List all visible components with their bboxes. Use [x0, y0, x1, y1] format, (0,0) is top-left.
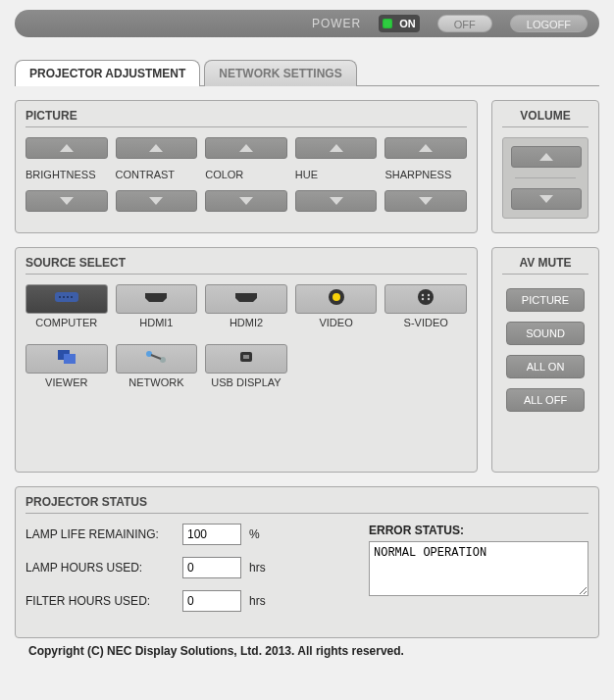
- power-on-label: ON: [399, 18, 416, 29]
- viewer-icon: [55, 348, 78, 370]
- volume-down-button[interactable]: [511, 188, 582, 210]
- avmute-sound-button[interactable]: SOUND: [506, 322, 585, 345]
- hue-up-button[interactable]: [295, 137, 378, 159]
- source-computer-button[interactable]: [26, 284, 108, 314]
- source-hdmi1-label: HDMI1: [116, 317, 198, 328]
- svg-rect-30: [243, 355, 249, 359]
- usb-display-icon: [236, 349, 256, 369]
- power-label: POWER: [312, 17, 361, 30]
- triangle-up-icon: [149, 144, 163, 152]
- svg-point-19: [418, 289, 434, 305]
- logoff-button[interactable]: LOGOFF: [510, 15, 588, 32]
- triangle-down-icon: [149, 197, 163, 205]
- volume-panel: VOLUME: [491, 100, 599, 233]
- sharpness-up-button[interactable]: [384, 137, 467, 159]
- source-video-button[interactable]: [295, 284, 378, 314]
- source-viewer-label: VIEWER: [26, 376, 108, 388]
- triangle-up-icon: [539, 153, 553, 161]
- lamp-life-unit: %: [249, 527, 260, 541]
- volume-title: VOLUME: [502, 109, 588, 127]
- svg-marker-5: [60, 197, 74, 205]
- picture-panel: PICTURE BRIGHTNESSCONTRASTCOLORHUESHARPN…: [15, 100, 478, 233]
- svg-marker-10: [539, 153, 553, 161]
- source-select-panel: SOURCE SELECT COMPUTERHDMI1HDMI2VIDEOS-V…: [15, 247, 478, 473]
- source-video-label: VIDEO: [295, 317, 378, 328]
- hdmi1-icon: [143, 290, 169, 308]
- triangle-up-icon: [239, 144, 253, 152]
- triangle-up-icon: [60, 144, 74, 152]
- copyright: Copyright (C) NEC Display Solutions, Ltd…: [28, 644, 599, 658]
- color-label: COLOR: [205, 169, 287, 180]
- volume-separator: [515, 177, 576, 178]
- source-s-video-label: S-VIDEO: [384, 317, 467, 328]
- lamp-life-value[interactable]: [182, 524, 241, 545]
- hdmi2-icon: [233, 290, 259, 308]
- tab-network-settings[interactable]: NETWORK SETTINGS: [204, 60, 356, 86]
- error-status-box[interactable]: [369, 541, 588, 596]
- source-s-video-button[interactable]: [384, 284, 467, 314]
- contrast-up-button[interactable]: [116, 137, 198, 159]
- source-network-button[interactable]: [116, 344, 198, 374]
- source-viewer-button[interactable]: [26, 344, 108, 374]
- hue-label: HUE: [295, 169, 378, 180]
- power-on-toggle[interactable]: ON: [379, 15, 420, 32]
- source-usb-display-button[interactable]: [205, 344, 287, 374]
- lamp-hours-unit: hrs: [249, 561, 266, 575]
- svg-point-18: [333, 293, 340, 301]
- brightness-down-button[interactable]: [26, 190, 108, 212]
- hue-down-button[interactable]: [295, 190, 378, 212]
- lamp-hours-value[interactable]: [182, 557, 241, 578]
- volume-up-button[interactable]: [511, 146, 582, 168]
- power-led-icon: [383, 19, 392, 28]
- filter-hours-unit: hrs: [249, 594, 266, 608]
- sharpness-down-button[interactable]: [384, 190, 467, 212]
- svg-marker-4: [419, 144, 433, 152]
- svg-marker-0: [60, 144, 74, 152]
- triangle-down-icon: [60, 197, 74, 205]
- filter-hours-label: FILTER HOURS USED:: [26, 594, 182, 608]
- triangle-down-icon: [419, 197, 433, 205]
- color-up-button[interactable]: [205, 137, 287, 159]
- svg-marker-11: [539, 195, 553, 203]
- s-video-icon: [417, 288, 435, 310]
- brightness-label: BRIGHTNESS: [26, 169, 108, 180]
- source-usb-display-label: USB DISPLAY: [205, 376, 287, 388]
- source-computer-label: COMPUTER: [26, 317, 108, 328]
- avmute-all-on-button[interactable]: ALL ON: [506, 355, 585, 378]
- av-mute-panel: AV MUTE PICTURE SOUND ALL ON ALL OFF: [491, 247, 599, 473]
- svg-marker-7: [239, 197, 253, 205]
- network-icon: [143, 349, 169, 369]
- avmute-all-off-button[interactable]: ALL OFF: [506, 388, 585, 412]
- source-hdmi2-button[interactable]: [205, 284, 287, 314]
- video-icon: [328, 288, 345, 310]
- filter-hours-value[interactable]: [182, 590, 241, 612]
- contrast-down-button[interactable]: [116, 190, 198, 212]
- computer-icon: [53, 290, 80, 308]
- source-hdmi2-label: HDMI2: [205, 317, 287, 328]
- avmute-picture-button[interactable]: PICTURE: [506, 288, 585, 312]
- svg-point-21: [428, 294, 430, 296]
- power-off-button[interactable]: OFF: [437, 15, 492, 32]
- brightness-up-button[interactable]: [26, 137, 108, 159]
- triangle-down-icon: [239, 197, 253, 205]
- svg-marker-2: [239, 144, 253, 152]
- svg-marker-8: [330, 197, 343, 205]
- picture-title: PICTURE: [26, 109, 467, 127]
- tabs: PROJECTOR ADJUSTMENT NETWORK SETTINGS: [15, 59, 599, 86]
- topbar: POWER ON OFF LOGOFF: [15, 10, 599, 37]
- svg-point-20: [422, 294, 424, 296]
- projector-status-title: PROJECTOR STATUS: [26, 495, 588, 514]
- color-down-button[interactable]: [205, 190, 287, 212]
- tab-projector-adjustment[interactable]: PROJECTOR ADJUSTMENT: [15, 60, 200, 86]
- svg-point-15: [67, 296, 69, 298]
- svg-marker-6: [149, 197, 163, 205]
- svg-marker-3: [330, 144, 343, 152]
- source-network-label: NETWORK: [116, 376, 198, 388]
- svg-point-13: [59, 296, 61, 298]
- svg-marker-9: [419, 197, 433, 205]
- triangle-up-icon: [419, 144, 433, 152]
- projector-status-panel: PROJECTOR STATUS LAMP LIFE REMAINING: % …: [15, 486, 599, 638]
- triangle-down-icon: [330, 197, 343, 205]
- lamp-life-label: LAMP LIFE REMAINING:: [26, 527, 182, 541]
- source-hdmi1-button[interactable]: [116, 284, 198, 314]
